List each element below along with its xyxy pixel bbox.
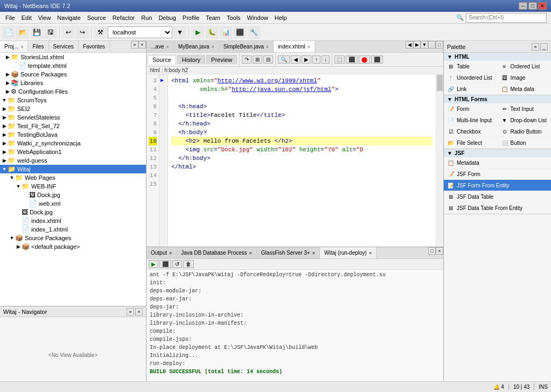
save-all-button[interactable]: 🖫 (44, 26, 57, 39)
palette-section-header-html[interactable]: ▼ HTML (444, 53, 551, 61)
menu-team[interactable]: Team (203, 13, 224, 22)
menu-tools[interactable]: Tools (224, 13, 244, 22)
output-stop[interactable]: ⬛ (159, 260, 171, 268)
tree-item[interactable]: 📄 template.xhtml (0, 61, 146, 70)
tree-source-packages2[interactable]: ▼ 📦 Source Packages (0, 234, 146, 242)
menu-file[interactable]: File (2, 13, 18, 22)
menu-edit[interactable]: Edit (18, 13, 35, 22)
source-tab-preview[interactable]: Preview (206, 55, 237, 64)
server-combo[interactable]: localhost (108, 26, 172, 38)
palette-item-jsf-form[interactable]: 📝 JSF Form (444, 169, 551, 180)
tab-close-mybean[interactable]: × (212, 44, 214, 50)
menu-view[interactable]: View (35, 13, 54, 22)
proj-tab-close[interactable]: × (20, 44, 23, 50)
palette-item-multiline-input[interactable]: 📄 Multi-line Input (444, 115, 498, 126)
undo-button[interactable]: ↩ (62, 26, 75, 39)
build-button[interactable]: ⚒ (94, 26, 107, 39)
output-run[interactable]: ▶ (149, 260, 158, 268)
source-tab-history[interactable]: History (177, 55, 205, 64)
menu-profile[interactable]: Profile (179, 13, 203, 22)
menu-source[interactable]: Source (84, 13, 109, 22)
tree-item[interactable]: ▶ 📁 TestingBotJava (0, 130, 146, 139)
editor-tab-simplebean[interactable]: SimpleBean.java × (219, 41, 274, 52)
editor-tabs-scroll-left[interactable]: ◀ (406, 41, 413, 48)
menu-debug[interactable]: Debug (155, 13, 179, 22)
tree-witaj[interactable]: ▼ 📁 Witaj (0, 165, 146, 173)
output-clear[interactable]: 🗑 (183, 260, 194, 268)
palette-item-dropdown[interactable]: ▼ Drop-down List (498, 115, 552, 126)
witaj-tab-close[interactable]: × (369, 250, 372, 256)
palette-item-metadata[interactable]: 📋 Meta data (498, 83, 552, 95)
tree-item[interactable]: ▶ 📁 weld-guess (0, 156, 146, 165)
tab-favorites[interactable]: Favorites (79, 41, 110, 52)
tab-close-index[interactable]: × (308, 44, 310, 50)
editor-split[interactable]: ⬜ (428, 41, 436, 48)
src-back[interactable]: ◀ (291, 55, 301, 64)
editor-tab-ave[interactable]: ...ave × (147, 41, 174, 52)
palette-item-image[interactable]: 🖼 Image (498, 72, 552, 83)
src-btn2[interactable]: ⊞ (253, 55, 262, 64)
menu-refactor[interactable]: Refactor (109, 13, 138, 22)
tree-item[interactable]: 🖼 Dock.jpg (0, 191, 146, 199)
palette-section-header-htmlforms[interactable]: ▼ HTML Forms (444, 95, 551, 103)
palette-item-checkbox[interactable]: ☑ Checkbox (444, 126, 498, 137)
menu-help[interactable]: Help (271, 13, 290, 22)
tree-dock-jpg[interactable]: 🖼 Dock.jpg (0, 208, 146, 216)
left-panel-close[interactable]: × (138, 41, 146, 48)
search-input[interactable] (466, 13, 547, 23)
output-tab-output[interactable]: Output × (147, 247, 177, 258)
src-btn4[interactable]: ↑ (312, 55, 320, 64)
editor-tabs-scroll-right[interactable]: ▶ (413, 41, 421, 48)
palette-expand[interactable]: » (532, 43, 539, 51)
palette-item-file-select[interactable]: 📂 File Select (444, 137, 498, 149)
code-editor[interactable]: 3 4 5 6 7 8 9 10 11 12 13 14 15 ▶ (147, 74, 443, 247)
src-btn7[interactable]: ⬛ (346, 55, 358, 64)
stop-button[interactable]: ⬛ (233, 26, 246, 39)
palette-item-link[interactable]: 🔗 Link (444, 83, 498, 95)
code-content[interactable]: <html xmlns="http://www.w3.org/1999/xhtm… (168, 74, 436, 247)
palette-item-jsf-metadata[interactable]: 📋 Metadata (444, 157, 551, 169)
minimize-button[interactable]: ─ (519, 2, 527, 10)
close-button[interactable]: ✕ (538, 2, 547, 10)
tree-sei2[interactable]: ▶ 📁 SEI2 (0, 104, 146, 113)
tree-index-xhtml[interactable]: 📄 index.xhtml (0, 216, 146, 225)
src-stop[interactable]: ⬛ (371, 55, 383, 64)
new-project-button[interactable]: 📄 (2, 26, 15, 39)
palette-item-jsf-datatable[interactable]: ⊞ JSF Data Table (444, 191, 551, 202)
palette-minimize[interactable]: _ (540, 43, 548, 51)
palette-item-form[interactable]: 📝 Form (444, 103, 498, 115)
src-btn1[interactable]: ↷ (242, 55, 252, 64)
tab-close-simplebean[interactable]: × (266, 44, 269, 50)
run-button[interactable]: ▶ (191, 26, 204, 39)
tab-services[interactable]: Services (49, 41, 79, 52)
glassfish-tab-close[interactable]: × (312, 250, 315, 256)
tree-item[interactable]: ▶ 📁 Test_Fit_Sel_72 (0, 122, 146, 130)
output-tab-close[interactable]: × (169, 250, 172, 256)
src-search[interactable]: 🔍 (278, 55, 290, 64)
output-tab-javadb[interactable]: Java DB Database Process × (177, 247, 257, 258)
src-btn5[interactable]: ↓ (322, 55, 330, 64)
debug-button[interactable]: 🐛 (205, 26, 218, 39)
menu-navigate[interactable]: Navigate (54, 13, 83, 22)
editor-tab-index[interactable]: index.xhtml × (274, 41, 315, 52)
tree-item[interactable]: ▶ 📚 Libraries (0, 79, 146, 87)
output-tab-glassfish[interactable]: GlassFish Server 3+ × (257, 247, 320, 258)
redo-button[interactable]: ↪ (76, 26, 89, 39)
tab-close-ave[interactable]: × (166, 44, 169, 50)
output-rerun[interactable]: ↺ (172, 260, 182, 268)
editor-tab-mybean[interactable]: MyBean.java × (174, 41, 219, 52)
editor-maximize[interactable]: □ (436, 41, 443, 48)
navigator-close[interactable]: × (135, 308, 143, 316)
palette-item-jsf-form-entity[interactable]: 📝 JSF Form From Entity (444, 180, 551, 191)
palette-item-radio[interactable]: ⊙ Radio Button (498, 126, 552, 137)
tree-item[interactable]: 📄 web.xml (0, 199, 146, 208)
output-maximize[interactable]: □ (428, 247, 436, 255)
src-record[interactable]: ⬤ (359, 55, 370, 64)
scrollbar-track[interactable] (436, 92, 443, 247)
combo-down[interactable]: ▼ (173, 26, 186, 39)
tree-item[interactable]: ▶ 📁 WebApplication1 (0, 148, 146, 156)
open-button[interactable]: 📂 (16, 26, 29, 39)
src-btn6[interactable]: ⬚ (334, 55, 345, 64)
tree-source-packages[interactable]: ▶ 📦 Source Packages (0, 70, 146, 79)
javadb-tab-close[interactable]: × (249, 250, 252, 256)
